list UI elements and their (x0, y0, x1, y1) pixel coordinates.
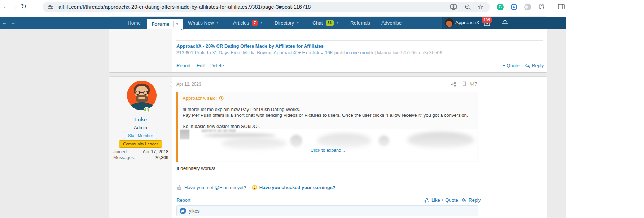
quote-button[interactable]: + Quote (441, 197, 458, 203)
messages-label: Messages: (113, 155, 135, 160)
browser-toolbar: ← → ↻ afflift.com/f/threads/approachx-20… (0, 0, 644, 14)
author-title: Admin (109, 125, 172, 130)
author-banner-community: Community Leader (109, 140, 172, 148)
signature-thread-link-text: ApproachX - 20% CR Dating Offers Made by… (176, 43, 324, 49)
author-messages-row: Messages: 20,309 (109, 155, 172, 161)
screen: ← → ↻ afflift.com/f/threads/approachx-20… (0, 0, 644, 218)
post-user-column: Luke Admin Staff Member Community Leader… (109, 77, 172, 218)
nav-item-chat[interactable]: Chat 31 ▾ (312, 17, 338, 29)
articles-count-badge: 7 (252, 20, 258, 26)
reactions-bar[interactable]: yikes (176, 205, 478, 216)
post-body-text: It definitely works! (176, 166, 215, 171)
account-name[interactable]: ApproachX (455, 17, 479, 29)
tab-divider (173, 21, 174, 27)
nav-item-articles[interactable]: Articles 7 ▾ (233, 17, 262, 29)
nav-item-advertise[interactable]: Advertise (381, 17, 402, 29)
quote-line-3: So in basic flow easier than SOI/DOI. (183, 124, 260, 129)
signature-line-muted: | Marina live:517b66cea3c3b506 (374, 50, 442, 55)
signature-separator: | (248, 185, 249, 190)
toolbar-separator (554, 3, 554, 11)
share-icon[interactable] (451, 82, 456, 87)
browser-forward-icon[interactable]: → (12, 4, 18, 10)
quote-line-1: hi there! let me explain how Pay Per Pus… (183, 107, 300, 112)
grammarly-extension-icon[interactable]: G (497, 4, 504, 10)
robot-emoji-icon (176, 185, 182, 190)
forum-navbar: ← → Home Forums ▾ What's New ▾ Articles … (0, 17, 566, 29)
avatar[interactable] (127, 81, 157, 110)
bookmark-icon[interactable] (462, 81, 466, 87)
reaction-users[interactable]: yikes (189, 206, 199, 217)
author-joined-row: Joined: Apr 17, 2018 (109, 149, 172, 155)
nav-advertise-label: Advertise (381, 20, 402, 26)
url-text[interactable]: afflift.com/f/threads/approachx-20-cr-da… (58, 2, 311, 12)
nav-chat-label: Chat (312, 20, 323, 26)
click-to-expand[interactable]: Click to expand... (178, 148, 477, 153)
flushed-emoji-icon (252, 185, 257, 190)
chevron-down-icon[interactable]: ▾ (297, 21, 299, 25)
nav-item-directory[interactable]: Directory ▾ (275, 17, 299, 29)
zoom-out-icon[interactable] (465, 4, 471, 10)
post-number[interactable]: #47 (470, 82, 477, 87)
quote-attribution[interactable]: ApproachX said: (183, 95, 224, 101)
nav-item-whats-new[interactable]: What's New ▾ (188, 17, 218, 29)
nav-prev-arrow-icon[interactable]: ← (2, 20, 7, 26)
nav-home-label: Home (128, 20, 141, 26)
inbox-count-badge[interactable]: 109 (482, 17, 492, 23)
nav-articles-label: Articles (233, 20, 249, 26)
nav-item-referrals[interactable]: Referrals (350, 17, 370, 29)
onepassword-extension-icon[interactable] (511, 4, 517, 10)
nav-forums-label: Forums (147, 21, 170, 27)
browser-back-icon[interactable]: ← (3, 4, 9, 10)
avatar-glasses-bridge (140, 92, 143, 93)
avatar-mouth-area (138, 97, 145, 99)
edit-link[interactable]: Edit (197, 63, 205, 68)
signature-divider (176, 40, 543, 41)
quote-block: ApproachX said: hi there! let me explain… (176, 92, 478, 162)
chevron-down-icon[interactable]: ▾ (176, 22, 178, 26)
chevron-down-icon[interactable]: ▾ (337, 21, 338, 25)
nav-item-home[interactable]: Home (128, 17, 141, 29)
account-avatar[interactable] (445, 18, 454, 27)
extensions-puzzle-icon[interactable] (538, 4, 544, 10)
like-reaction-icon (180, 208, 186, 214)
signature-line-links[interactable]: $13,601 Profit In 31 Days From Media Buy… (176, 50, 374, 55)
site-settings-icon[interactable] (48, 4, 54, 10)
chat-count-badge: 31 (326, 20, 334, 26)
account-strip: Search ApproachX 109 (442, 17, 566, 29)
online-status-icon (144, 107, 150, 113)
post-date[interactable]: Apr 12, 2023 (176, 82, 201, 87)
nav-item-forums-active[interactable]: Forums ▾ (147, 19, 183, 29)
gray-extension-icon[interactable] (524, 4, 531, 10)
reply-button[interactable]: Reply (461, 197, 481, 203)
post-card-47: Luke Admin Staff Member Community Leader… (109, 77, 547, 218)
like-button[interactable]: Like (424, 197, 440, 203)
nav-directory-label: Directory (275, 20, 294, 26)
signature-earnings-link[interactable]: Have you checked your earnings? (259, 185, 336, 190)
author-banner-staff: Staff Member (109, 132, 172, 139)
bookmark-star-icon[interactable]: ☆ (478, 3, 483, 11)
reply-button[interactable]: Reply (525, 63, 544, 68)
delete-link[interactable]: Delete (210, 63, 224, 68)
chevron-down-icon[interactable]: ▾ (217, 21, 219, 25)
browser-reload-icon[interactable]: ↻ (21, 3, 26, 10)
blur-fade-overlay (178, 129, 477, 161)
reply-arrow-icon (461, 198, 467, 202)
avatar-glasses-left (135, 91, 140, 95)
report-link[interactable]: Report (176, 197, 190, 203)
nav-referrals-label: Referrals (350, 20, 370, 26)
chevron-down-icon[interactable]: ▾ (260, 21, 262, 25)
jump-to-source-icon[interactable] (219, 96, 224, 101)
blurred-screenshot[interactable]: spend in an ad stati Click to expand... (178, 129, 477, 161)
avatar-glasses-right (143, 91, 148, 95)
quote-button[interactable]: + Quote (503, 63, 520, 68)
author-name[interactable]: Luke (109, 116, 172, 123)
signature-divider (176, 181, 478, 181)
signature-thread-link[interactable]: ApproachX - 20% CR Dating Offers Made by… (176, 43, 324, 49)
report-link[interactable]: Report (176, 63, 190, 68)
quote-line-2: Pay Per Push offers is a short chat with… (183, 112, 468, 118)
signature-einstein-link[interactable]: Have you met @Einstein yet? (184, 185, 246, 190)
nav-next-arrow-icon[interactable]: → (10, 20, 16, 26)
side-panel-icon[interactable] (558, 4, 565, 9)
install-app-icon[interactable] (450, 4, 457, 10)
bell-icon[interactable] (502, 20, 508, 26)
